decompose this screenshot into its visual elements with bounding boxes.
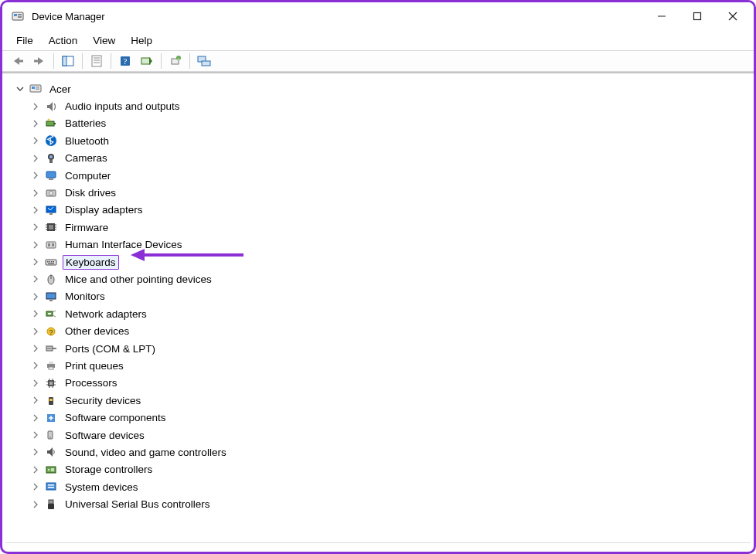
chevron-right-icon[interactable] [30, 499, 41, 510]
tree-item-label[interactable]: Bluetooth [63, 134, 111, 148]
tree-item-system[interactable]: System devices [30, 478, 747, 495]
tree-item-firmware[interactable]: Firmware [30, 219, 747, 236]
menu-file[interactable]: File [9, 32, 41, 49]
tree-item-cpu[interactable]: Processors [30, 375, 747, 392]
tree-item-label[interactable]: Audio inputs and outputs [63, 100, 182, 113]
tree-item-label[interactable]: Security devices [63, 394, 143, 407]
chevron-right-icon[interactable] [30, 343, 41, 354]
close-button[interactable] [715, 4, 751, 29]
chevron-right-icon[interactable] [30, 360, 41, 371]
tree-item-bluetooth[interactable]: Bluetooth [30, 132, 747, 149]
device-tree[interactable]: Acer Audio inputs and outputsBatteriesBl… [5, 76, 751, 539]
forward-button[interactable] [29, 52, 49, 70]
tree-root-row[interactable]: Acer [15, 80, 747, 97]
tree-item-label[interactable]: Human Interface Devices [63, 238, 185, 251]
tree-item-swdev[interactable]: Software devices [30, 427, 747, 444]
computer-icon [44, 168, 58, 182]
chevron-right-icon[interactable] [30, 240, 41, 250]
mouse-icon [44, 272, 58, 286]
devices-by-connection-button[interactable] [194, 52, 214, 70]
tree-item-keyboard[interactable]: Keyboards [30, 253, 747, 270]
chevron-right-icon[interactable] [30, 153, 41, 164]
menu-view[interactable]: View [85, 32, 123, 49]
chevron-right-icon[interactable] [30, 378, 41, 389]
scan-hardware-button[interactable] [137, 52, 157, 70]
menu-action[interactable]: Action [41, 32, 86, 49]
tree-item-storage[interactable]: Storage controllers [30, 461, 747, 478]
chevron-right-icon[interactable] [30, 464, 41, 475]
tree-item-printer[interactable]: Print queues [30, 357, 747, 374]
tree-item-label[interactable]: Network adapters [63, 308, 149, 321]
chevron-right-icon[interactable] [30, 205, 41, 216]
display-icon [44, 203, 58, 217]
chevron-right-icon[interactable] [30, 308, 41, 319]
chevron-down-icon[interactable] [15, 83, 26, 94]
tree-item-display[interactable]: Display adapters [30, 202, 747, 219]
tree-item-label[interactable]: Software components [63, 411, 169, 424]
tree-item-battery[interactable]: Batteries [30, 115, 747, 132]
tree-item-label[interactable]: Other devices [63, 325, 131, 338]
tree-item-label[interactable]: Ports (COM & LPT) [63, 342, 158, 355]
chevron-right-icon[interactable] [30, 257, 41, 267]
tree-item-network[interactable]: Network adapters [30, 305, 747, 322]
chevron-right-icon[interactable] [30, 447, 41, 457]
chevron-right-icon[interactable] [30, 291, 41, 302]
tree-item-disk[interactable]: Disk drives [30, 184, 747, 201]
tree-item-label[interactable]: Software devices [63, 429, 147, 442]
chevron-right-icon[interactable] [30, 101, 41, 112]
chevron-right-icon[interactable] [30, 481, 41, 492]
chevron-right-icon[interactable] [30, 188, 41, 199]
tree-root-label[interactable]: Acer [47, 83, 73, 96]
tree-item-security[interactable]: Security devices [30, 392, 747, 409]
tree-item-label[interactable]: Print queues [63, 359, 126, 372]
chevron-right-icon[interactable] [30, 430, 41, 440]
tree-item-label[interactable]: Disk drives [63, 186, 118, 199]
chevron-right-icon[interactable] [30, 326, 41, 337]
toolbar-separator [161, 53, 162, 69]
tree-item-ports[interactable]: Ports (COM & LPT) [30, 340, 747, 357]
tree-item-label[interactable]: Mice and other pointing devices [63, 273, 214, 286]
chevron-right-icon[interactable] [30, 274, 41, 284]
chevron-right-icon[interactable] [30, 413, 41, 423]
swdev-icon [44, 428, 58, 442]
tree-item-other[interactable]: Other devices [30, 322, 747, 339]
tree-item-computer[interactable]: Computer [30, 167, 747, 184]
tree-item-label[interactable]: Monitors [63, 290, 107, 303]
tree-item-label[interactable]: Keyboards [63, 255, 119, 270]
tree-item-audio[interactable]: Audio inputs and outputs [30, 97, 747, 114]
tree-item-label[interactable]: Universal Serial Bus controllers [63, 498, 213, 511]
show-hide-tree-button[interactable] [58, 52, 78, 70]
tree-item-monitor[interactable]: Monitors [30, 288, 747, 305]
tree-item-label[interactable]: Firmware [63, 221, 111, 234]
back-button[interactable] [8, 52, 28, 70]
properties-button[interactable] [87, 52, 107, 70]
chevron-right-icon[interactable] [30, 222, 41, 233]
tree-item-label[interactable]: Processors [63, 376, 120, 389]
tree-item-label[interactable]: Batteries [63, 117, 108, 130]
svg-rect-2 [18, 14, 22, 15]
tree-item-camera[interactable]: Cameras [30, 150, 747, 167]
chevron-right-icon[interactable] [30, 135, 41, 146]
chevron-right-icon[interactable] [30, 170, 41, 181]
minimize-button[interactable] [644, 4, 679, 29]
tree-item-mouse[interactable]: Mice and other pointing devices [30, 270, 747, 287]
maximize-button[interactable] [679, 4, 715, 29]
chevron-right-icon[interactable] [30, 118, 41, 129]
tree-item-swcomp[interactable]: Software components [30, 409, 747, 426]
help-button[interactable]: ? [115, 52, 135, 70]
system-icon [44, 480, 58, 494]
menu-help[interactable]: Help [123, 32, 160, 49]
menubar: File Action View Help [2, 30, 754, 50]
tree-item-label[interactable]: Cameras [63, 151, 110, 165]
tree-item-label[interactable]: Sound, video and game controllers [63, 446, 229, 459]
tree-item-label[interactable]: Computer [63, 169, 113, 182]
chevron-right-icon[interactable] [30, 395, 41, 406]
tree-item-label[interactable]: System devices [63, 481, 141, 494]
tree-item-label[interactable]: Display adapters [63, 203, 145, 216]
tree-item-sound[interactable]: Sound, video and game controllers [30, 444, 747, 461]
tree-item-hid[interactable]: Human Interface Devices [30, 236, 747, 253]
add-legacy-hardware-button[interactable]: + [165, 52, 186, 70]
tree-item-usb[interactable]: Universal Serial Bus controllers [30, 495, 747, 512]
network-icon [44, 307, 58, 321]
tree-item-label[interactable]: Storage controllers [63, 463, 155, 476]
